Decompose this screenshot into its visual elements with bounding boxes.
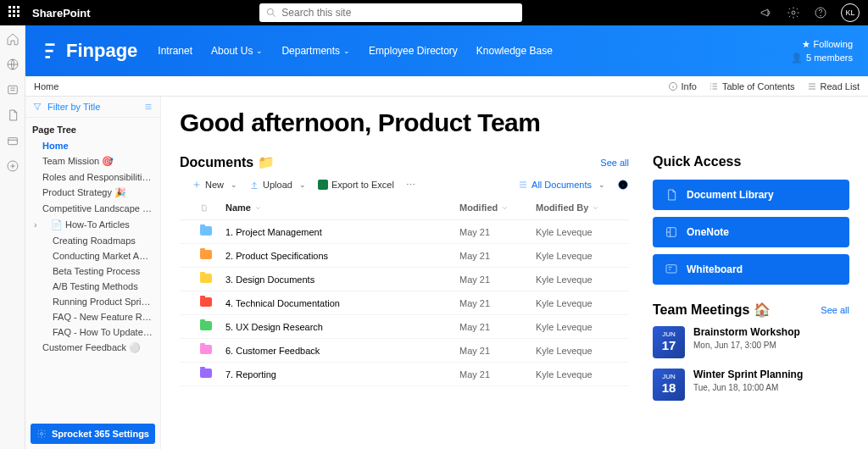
chevron-down-icon: ⌄: [299, 180, 306, 189]
tree-item[interactable]: Product Strategy 🎉: [25, 185, 160, 201]
tree-item[interactable]: Roles and Responsibilities …: [25, 169, 160, 185]
table-row[interactable]: 3. Design DocumentsMay 21Kyle Leveque: [180, 268, 629, 291]
svg-rect-13: [666, 265, 676, 273]
see-all-meetings[interactable]: See all: [821, 305, 849, 315]
breadcrumb-bar: Home Info Table of Contents Read List: [25, 76, 868, 97]
export-button[interactable]: Export to Excel: [318, 180, 394, 190]
nav-directory[interactable]: Employee Directory: [369, 45, 458, 57]
gear-icon[interactable]: [787, 6, 800, 19]
list-view-icon[interactable]: [143, 102, 153, 112]
tree-item[interactable]: FAQ - New Feature Req…: [25, 309, 160, 324]
tree-item[interactable]: Competitive Landscape 🖼️: [25, 201, 160, 217]
tree-item[interactable]: Home: [25, 138, 160, 153]
col-name[interactable]: Name: [225, 202, 459, 213]
col-modified-by[interactable]: Modified By: [536, 202, 629, 213]
table-row[interactable]: 1. Project ManagementMay 21Kyle Leveque: [180, 220, 629, 244]
page-title: Good afternoon, Product Team: [180, 108, 849, 137]
doc-modified-by: Kyle Leveque: [536, 274, 629, 285]
doc-modified: May 21: [459, 322, 536, 332]
table-row[interactable]: 6. Customer FeedbackMay 21Kyle Leveque: [180, 339, 629, 363]
library-icon[interactable]: [6, 134, 19, 147]
documents-heading: Documents 📁: [180, 154, 275, 170]
tree-item[interactable]: FAQ - How To Update D…: [25, 324, 160, 340]
meeting-item[interactable]: JUN18Winter Sprint PlanningTue, Jun 18, …: [653, 369, 849, 401]
search-input[interactable]: [259, 3, 522, 22]
meeting-subtitle: Tue, Jun 18, 10:00 AM: [693, 383, 803, 392]
members-count[interactable]: 👤5 members: [791, 51, 853, 65]
following-badge[interactable]: ★Following: [791, 37, 853, 52]
page-icon[interactable]: [6, 108, 19, 122]
chevron-down-icon: ⌄: [256, 47, 263, 55]
table-row[interactable]: 4. Technical DocumentationMay 21Kyle Lev…: [180, 291, 629, 315]
tree-item[interactable]: Team Mission 🎯: [25, 153, 160, 169]
tree-item[interactable]: Conducting Market Anal…: [25, 248, 160, 263]
view-selector[interactable]: All Documents⌄: [518, 180, 605, 190]
help-icon[interactable]: [814, 6, 827, 19]
add-icon[interactable]: [6, 159, 19, 173]
tree-item[interactable]: Beta Testing Process: [25, 263, 160, 279]
new-button[interactable]: New⌄: [192, 180, 237, 190]
quick-access-button[interactable]: Whiteboard: [653, 254, 849, 285]
globe-icon[interactable]: [6, 58, 19, 71]
tree-item[interactable]: 📄 How-To Articles: [25, 217, 160, 233]
doc-name: 3. Design Documents: [225, 274, 459, 285]
doc-name: 5. UX Design Research: [225, 322, 459, 332]
table-row[interactable]: 5. UX Design ResearchMay 21Kyle Leveque: [180, 315, 629, 339]
svg-point-2: [792, 11, 795, 14]
documents-toolbar: New⌄ Upload⌄ Export to Excel ⋯ All Docum…: [192, 179, 629, 191]
folder-icon: [200, 226, 212, 236]
tree-item[interactable]: A/B Testing Methods: [25, 279, 160, 294]
nav-kb[interactable]: Knowledge Base: [476, 45, 553, 57]
readlist-link[interactable]: Read List: [807, 81, 860, 91]
site-logo[interactable]: Finpage: [41, 40, 137, 62]
doc-modified: May 21: [459, 227, 536, 237]
doc-modified: May 21: [459, 346, 536, 356]
toc-link[interactable]: Table of Contents: [709, 81, 795, 91]
col-modified[interactable]: Modified: [459, 202, 536, 213]
app-launcher-icon[interactable]: [8, 6, 22, 19]
qa-icon: [665, 263, 678, 276]
table-row[interactable]: 2. Product SpecificationsMay 21Kyle Leve…: [180, 244, 629, 268]
doc-modified-by: Kyle Leveque: [536, 298, 629, 308]
gear-icon: [36, 429, 47, 439]
see-all-docs[interactable]: See all: [600, 158, 629, 168]
home-icon[interactable]: [6, 32, 19, 46]
folder-icon: [200, 369, 212, 378]
excel-icon: [318, 180, 328, 190]
megaphone-icon[interactable]: [760, 6, 773, 19]
doc-modified-by: Kyle Leveque: [536, 369, 629, 380]
tree-item[interactable]: Customer Feedback ⚪: [25, 340, 160, 356]
doc-modified-by: Kyle Leveque: [536, 251, 629, 261]
nav-about[interactable]: About Us⌄: [211, 45, 263, 57]
filter-input[interactable]: Filter by Title: [47, 102, 100, 112]
info-link[interactable]: Info: [668, 81, 697, 91]
tree-heading: Page Tree: [25, 118, 160, 138]
details-icon[interactable]: [617, 179, 629, 191]
quick-access-button[interactable]: OneNote: [653, 217, 849, 247]
meeting-title: Brainstorm Workshop: [693, 326, 800, 338]
doc-modified: May 21: [459, 274, 536, 285]
avatar[interactable]: KL: [841, 3, 860, 22]
quick-access-button[interactable]: Document Library: [653, 180, 849, 210]
tree-item[interactable]: Creating Roadmaps: [25, 233, 160, 248]
breadcrumb[interactable]: Home: [34, 81, 58, 91]
svg-point-0: [268, 8, 274, 14]
search-icon: [265, 7, 277, 19]
sprocket-settings-button[interactable]: Sprocket 365 Settings: [31, 424, 155, 444]
upload-button[interactable]: Upload⌄: [249, 180, 306, 190]
nav-intranet[interactable]: Intranet: [158, 45, 192, 57]
tree-item[interactable]: Running Product Sprints: [25, 294, 160, 309]
topbar: SharePoint KL: [0, 0, 868, 25]
more-button[interactable]: ⋯: [406, 180, 416, 191]
folder-icon: [200, 297, 212, 307]
leftrail: [0, 25, 25, 449]
chevron-down-icon: ⌄: [343, 47, 350, 55]
quick-access-heading: Quick Access: [653, 154, 741, 169]
meeting-item[interactable]: JUN17Brainstorm WorkshopMon, Jun 17, 3:0…: [653, 326, 849, 358]
folder-icon: [200, 345, 212, 354]
table-row[interactable]: 7. ReportingMay 21Kyle Leveque: [180, 363, 629, 386]
doc-name: 2. Product Specifications: [225, 251, 459, 261]
qa-icon: [665, 225, 678, 239]
news-icon[interactable]: [6, 83, 19, 97]
nav-departments[interactable]: Departments⌄: [281, 45, 350, 57]
